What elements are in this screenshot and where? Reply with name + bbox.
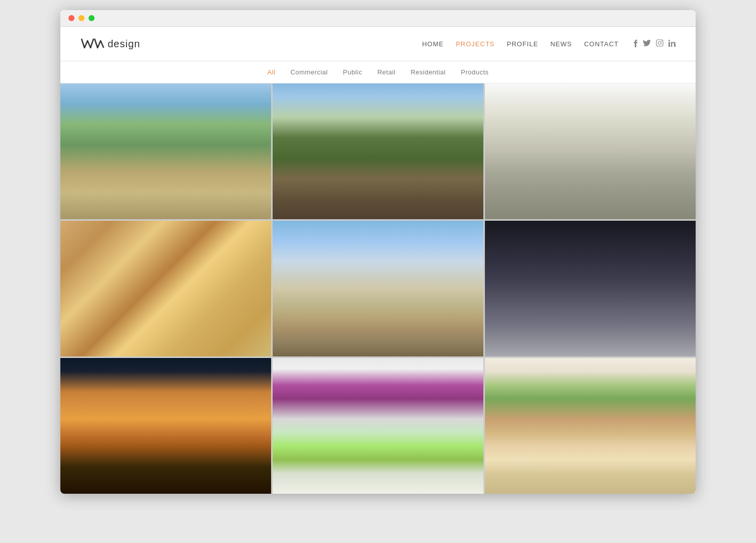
grid-item-6[interactable]	[485, 221, 696, 356]
grid-item-4[interactable]	[60, 221, 271, 356]
browser-dot-minimize[interactable]	[78, 15, 85, 21]
logo-text: design	[108, 38, 140, 50]
nav-item-contact[interactable]: CONTACT	[584, 40, 619, 48]
project-grid	[60, 83, 696, 494]
header-right: HOME PROJECTS PROFILE NEWS CONTACT	[422, 39, 676, 49]
grid-item-8[interactable]	[273, 358, 483, 494]
svg-point-2	[661, 41, 662, 42]
browser-dot-maximize[interactable]	[89, 15, 95, 21]
nav-item-home[interactable]: HOME	[422, 40, 444, 48]
svg-rect-3	[668, 42, 670, 47]
grid-image-6	[485, 221, 696, 356]
social-icons	[634, 39, 676, 49]
grid-item-1[interactable]	[60, 83, 271, 219]
filter-residential[interactable]: Residential	[410, 68, 446, 76]
filter-commercial[interactable]: Commercial	[290, 68, 327, 76]
grid-image-5	[273, 221, 483, 356]
grid-image-3	[485, 83, 696, 219]
nav-item-profile[interactable]: PROFILE	[507, 40, 539, 48]
browser-window: design HOME PROJECTS PROFILE NEWS CONTAC…	[60, 10, 696, 494]
grid-item-3[interactable]	[485, 83, 696, 219]
grid-image-7	[60, 358, 271, 494]
grid-item-7[interactable]	[60, 358, 271, 494]
grid-item-2[interactable]	[273, 83, 483, 219]
grid-image-4	[60, 221, 271, 356]
linkedin-icon[interactable]	[668, 40, 676, 48]
browser-chrome	[60, 10, 696, 27]
nav-item-projects[interactable]: PROJECTS	[456, 40, 494, 48]
filter-all[interactable]: All	[267, 68, 275, 76]
svg-point-4	[668, 40, 670, 41]
grid-item-9[interactable]	[485, 358, 696, 494]
facebook-icon[interactable]	[634, 39, 638, 49]
logo[interactable]: design	[80, 37, 140, 51]
grid-image-8	[273, 358, 483, 494]
nav-item-news[interactable]: NEWS	[550, 40, 572, 48]
grid-image-2	[273, 83, 483, 219]
logo-mark	[80, 37, 105, 51]
logo-icon	[80, 37, 105, 51]
grid-image-1	[60, 83, 271, 219]
svg-point-1	[658, 42, 661, 45]
grid-image-9	[485, 358, 696, 494]
twitter-icon[interactable]	[643, 40, 651, 48]
header: design HOME PROJECTS PROFILE NEWS CONTAC…	[60, 27, 696, 61]
browser-dot-close[interactable]	[68, 15, 74, 21]
filter-products[interactable]: Products	[461, 68, 488, 76]
grid-item-5[interactable]	[273, 221, 483, 356]
instagram-icon[interactable]	[656, 39, 663, 48]
site-wrapper: design HOME PROJECTS PROFILE NEWS CONTAC…	[60, 27, 696, 494]
filter-bar: All Commercial Public Retail Residential…	[60, 61, 696, 83]
svg-rect-0	[656, 40, 663, 46]
main-nav: HOME PROJECTS PROFILE NEWS CONTACT	[422, 40, 619, 48]
filter-retail[interactable]: Retail	[377, 68, 395, 76]
filter-public[interactable]: Public	[343, 68, 362, 76]
